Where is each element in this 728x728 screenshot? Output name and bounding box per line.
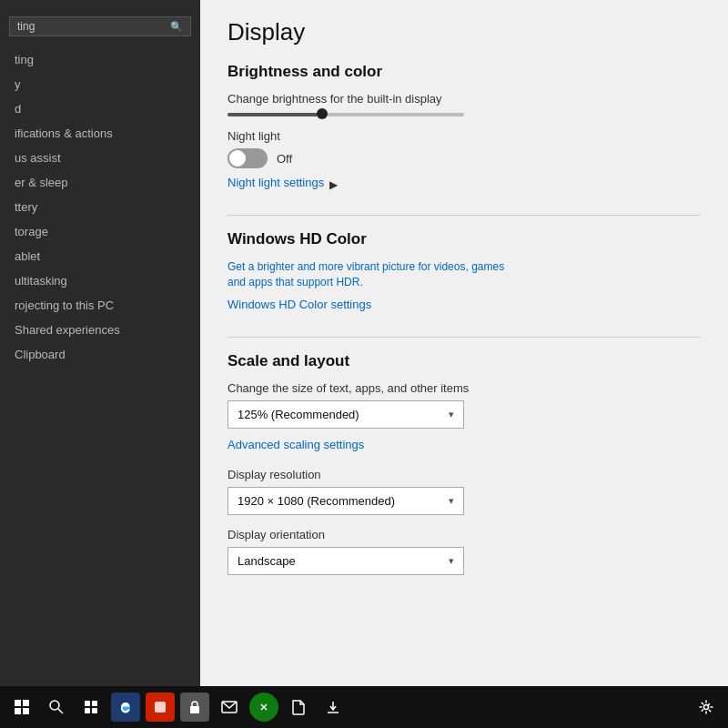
xbox-icon — [257, 700, 271, 714]
svg-line-1 — [58, 709, 63, 713]
gear-icon — [699, 700, 713, 714]
files-icon — [291, 699, 306, 715]
mail-icon — [221, 701, 238, 713]
hd-color-settings-link[interactable]: Windows HD Color settings — [228, 298, 371, 311]
scale-size-label: Change the size of text, apps, and other… — [228, 381, 701, 395]
taskbar-app-1[interactable] — [146, 693, 175, 722]
orientation-label: Display orientation — [228, 528, 701, 541]
orientation-value: Landscape — [238, 554, 296, 568]
night-light-knob — [229, 150, 246, 167]
sidebar-item-tablet[interactable]: ablet — [0, 244, 200, 268]
scale-chevron-icon: ▾ — [449, 409, 454, 420]
edge-icon — [117, 699, 134, 715]
brightness-slider-thumb[interactable] — [317, 108, 328, 119]
taskbar-download[interactable] — [318, 693, 348, 722]
resolution-dropdown[interactable]: 1920 × 1080 (Recommended) ▾ — [228, 487, 464, 515]
sidebar-search-box[interactable]: 🔍 — [9, 16, 191, 36]
taskbar — [0, 686, 728, 728]
resolution-chevron-icon: ▾ — [449, 495, 454, 507]
sidebar-search-input[interactable] — [17, 20, 167, 33]
app-icon-1 — [153, 700, 167, 714]
svg-rect-4 — [85, 708, 90, 713]
taskbar-settings[interactable] — [692, 693, 721, 722]
svg-rect-5 — [92, 708, 97, 713]
hd-color-description: Get a brighter and more vibrant picture … — [228, 259, 519, 290]
sidebar-item-2[interactable]: d — [0, 96, 200, 121]
resolution-label: Display resolution — [228, 468, 701, 481]
night-light-settings-row: Night light settings ▶ — [228, 176, 701, 193]
night-light-heading: Night light — [228, 129, 701, 143]
sidebar-item-multitasking[interactable]: ultitasking — [0, 268, 200, 293]
taskbar-security[interactable] — [180, 693, 209, 722]
lock-icon — [188, 700, 201, 714]
task-view-button[interactable] — [76, 693, 106, 722]
svg-rect-2 — [85, 701, 90, 706]
sidebar: 🔍 ting y d ifications & actions us assis… — [0, 0, 200, 686]
windows-logo — [15, 700, 29, 714]
taskbar-files[interactable] — [284, 693, 313, 722]
search-taskbar-button[interactable] — [42, 693, 71, 722]
brightness-section-title: Brightness and color — [228, 63, 701, 81]
brightness-slider-container — [228, 113, 701, 116]
hd-color-title: Windows HD Color — [228, 230, 701, 248]
page-title: Display — [228, 18, 701, 46]
night-light-toggle[interactable] — [228, 148, 268, 168]
orientation-chevron-icon: ▾ — [449, 555, 454, 567]
main-content: Display Brightness and color Change brig… — [200, 0, 728, 686]
orientation-dropdown[interactable]: Landscape ▾ — [228, 547, 464, 575]
brightness-slider-track — [228, 113, 464, 116]
sidebar-item-projecting[interactable]: rojecting to this PC — [0, 293, 200, 318]
scale-layout-section: Scale and layout Change the size of text… — [228, 352, 701, 575]
taskbar-xbox[interactable] — [249, 693, 278, 722]
sidebar-item-shared[interactable]: Shared experiences — [0, 318, 200, 342]
svg-rect-3 — [92, 701, 97, 706]
search-taskbar-icon — [49, 700, 64, 714]
advanced-scaling-link[interactable]: Advanced scaling settings — [228, 438, 364, 451]
svg-rect-6 — [155, 702, 166, 713]
scale-value: 125% (Recommended) — [238, 408, 359, 421]
brightness-label: Change brightness for the built-in displ… — [228, 92, 701, 106]
scale-section-title: Scale and layout — [228, 352, 701, 370]
start-button[interactable] — [7, 693, 36, 722]
brightness-section: Brightness and color Change brightness f… — [228, 63, 701, 193]
sidebar-item-power-sleep[interactable]: er & sleep — [0, 170, 200, 195]
sidebar-item-battery[interactable]: ttery — [0, 195, 200, 219]
taskbar-mail[interactable] — [215, 693, 244, 722]
night-light-status: Off — [277, 152, 292, 166]
download-icon — [326, 700, 340, 714]
brightness-slider-fill — [228, 113, 322, 116]
svg-point-0 — [50, 701, 59, 710]
search-icon: 🔍 — [170, 21, 183, 33]
night-light-toggle-row: Off — [228, 148, 701, 168]
svg-rect-7 — [190, 706, 199, 713]
sidebar-item-storage[interactable]: torage — [0, 219, 200, 244]
divider-2 — [228, 337, 701, 338]
edge-browser-button[interactable] — [111, 693, 140, 722]
divider-1 — [228, 215, 701, 216]
sidebar-item-notifications[interactable]: ifications & actions — [0, 121, 200, 146]
arrow-right-icon: ▶ — [329, 178, 338, 191]
night-light-settings-link[interactable]: Night light settings — [228, 176, 324, 189]
scale-dropdown[interactable]: 125% (Recommended) ▾ — [228, 400, 464, 429]
sidebar-item-0[interactable]: ting — [0, 47, 200, 72]
sidebar-item-1[interactable]: y — [0, 72, 200, 96]
sidebar-item-clipboard[interactable]: Clipboard — [0, 342, 200, 367]
hd-color-section: Windows HD Color Get a brighter and more… — [228, 230, 701, 315]
task-view-icon — [84, 700, 98, 714]
sidebar-item-focus-assist[interactable]: us assist — [0, 146, 200, 170]
resolution-value: 1920 × 1080 (Recommended) — [238, 494, 395, 508]
